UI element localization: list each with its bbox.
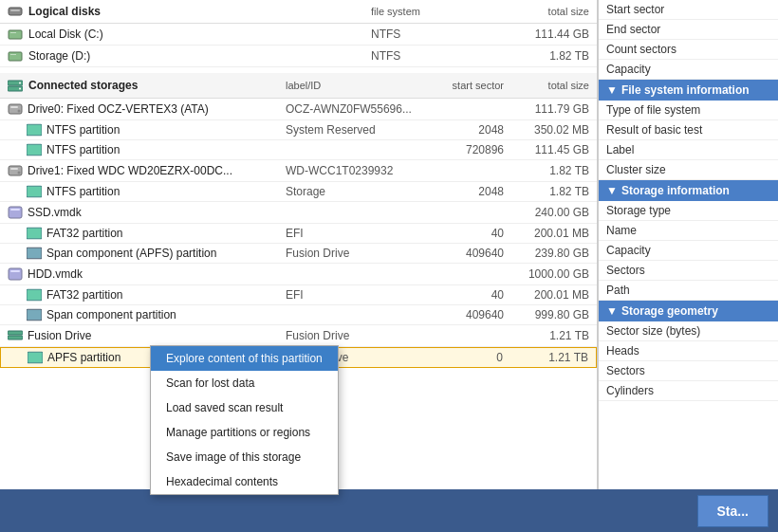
svg-rect-14 [27,144,42,155]
context-menu-item-explore[interactable]: Explore content of this partition [151,346,338,371]
geometry-section-label: Storage geometry [621,304,718,318]
svg-rect-4 [9,52,22,61]
right-cylinders: Cylinders [599,381,778,401]
drive1-part0-icon [27,184,42,199]
logical-disk-c-name: Local Disk (C:) [28,28,371,41]
right-cluster-size: Cluster size [599,160,778,180]
ssd-part0[interactable]: FAT32 partition EFI 40 200.01 MB [0,224,597,244]
logical-disk-c-icon [8,27,23,42]
bottom-bar: Sta... [0,489,778,532]
drive0-part0-start: 2048 [418,123,504,137]
hdd-part1[interactable]: Span component partition 409640 999.80 G… [0,305,597,325]
drive0-part0-size: 350.02 MB [504,123,589,137]
svg-rect-15 [9,166,22,175]
context-menu-item-scan[interactable]: Scan for lost data [151,371,338,395]
right-result-basic: Result of basic test [599,120,778,140]
col-label-id: label/ID [286,80,418,91]
right-storage-path-label: Path [606,284,770,297]
ssd-part0-name: FAT32 partition [46,227,286,240]
col-total-size: total size [504,80,589,91]
svg-rect-28 [8,336,23,339]
right-storage-sectors: Sectors [599,261,778,281]
context-menu-item-load[interactable]: Load saved scan result [151,395,338,420]
logical-disk-d[interactable]: Storage (D:) NTFS 1.82 TB [0,46,597,67]
hdd-part0-label: EFI [286,288,418,302]
logical-disk-d-name: Storage (D:) [28,49,371,63]
ssd-part1-icon [27,246,42,261]
svg-rect-13 [27,124,42,135]
left-panel: Logical disks file system total size Loc… [0,0,598,532]
right-storage-name: Name [599,221,778,241]
logical-disk-d-fs: NTFS [371,49,504,63]
svg-rect-2 [9,30,22,39]
drive0-part0[interactable]: NTFS partition System Reserved 2048 350.… [0,120,597,140]
right-count-sectors-label: Count sectors [606,43,770,56]
svg-rect-20 [10,209,20,211]
svg-point-17 [18,172,21,174]
filesystem-section-header[interactable]: ▼ File system information [599,80,778,101]
col-start-sector: start sector [418,80,504,91]
fusion-drive-row[interactable]: Fusion Drive Fusion Drive 1.21 TB [0,325,597,347]
svg-rect-16 [10,168,18,170]
drive0-part0-label: System Reserved [286,123,418,137]
drive1-part0[interactable]: NTFS partition Storage 2048 1.82 TB [0,182,597,202]
logical-disks-label: Logical disks [28,5,101,18]
svg-rect-1 [10,9,20,11]
drive0-part1-size: 111.45 GB [504,143,589,156]
hdd-part1-name: Span component partition [46,308,286,321]
right-storage-capacity-label: Capacity [606,244,770,257]
filesystem-section-label: File system information [621,83,750,97]
logical-col-size: total size [504,6,589,17]
svg-rect-19 [9,207,22,218]
right-panel: Start sector End sector Count sectors Ca… [598,0,778,532]
context-menu-item-manage[interactable]: Manage partitions or regions [151,420,338,445]
apfs-partition-icon [28,350,43,365]
hdd-vmdk-row[interactable]: HDD.vmdk 1000.00 GB [0,264,597,285]
right-cylinders-label: Cylinders [606,384,770,397]
logical-disks-section-header: Logical disks file system total size [0,0,597,24]
fusion-drive-size: 1.21 TB [504,329,589,342]
hdd-part0[interactable]: FAT32 partition EFI 40 200.01 MB [0,285,597,305]
filesystem-section-arrow: ▼ [606,83,618,97]
ssd-part1-name: Span component (APFS) partition [46,247,286,260]
drive0-size: 111.79 GB [504,102,589,116]
right-sector-size: Sector size (bytes) [599,321,778,341]
drive1-row[interactable]: Drive1: Fixed WDC WD20EZRX-00DC... WD-WC… [0,160,597,182]
right-storage-sectors-label: Sectors [606,264,770,277]
start-button[interactable]: Sta... [697,495,769,527]
drive1-icon [8,163,23,178]
connected-storages-header: Connected storages label/ID start sector… [0,73,597,99]
drive0-part1[interactable]: NTFS partition 720896 111.45 GB [0,140,597,160]
right-storage-path: Path [599,281,778,301]
right-capacity-label: Capacity [606,63,770,76]
right-sector-size-label: Sector size (bytes) [606,324,770,338]
drive0-row[interactable]: Drive0: Fixed OCZ-VERTEX3 (ATA) OCZ-AWNZ… [0,99,597,120]
logical-disk-c[interactable]: Local Disk (C:) NTFS 111.44 GB [0,24,597,46]
right-count-sectors: Count sectors [599,40,778,60]
ssd-vmdk-row[interactable]: SSD.vmdk 240.00 GB [0,202,597,224]
right-storage-type-label: Storage type [606,204,770,217]
svg-rect-18 [27,186,42,196]
hdd-part1-start: 409640 [418,308,504,321]
ssd-part1[interactable]: Span component (APFS) partition Fusion D… [0,244,597,264]
drive1-part0-size: 1.82 TB [504,185,589,198]
geometry-section-arrow: ▼ [606,304,618,318]
svg-rect-26 [27,309,42,320]
right-label-label: Label [606,143,770,156]
hdd-part0-name: FAT32 partition [46,288,286,302]
drive1-name: Drive1: Fixed WDC WD20EZRX-00DC... [28,164,286,177]
drive0-label: OCZ-AWNZ0FW55696... [286,102,418,116]
hdd-part0-start: 40 [418,288,504,302]
svg-rect-3 [10,32,16,33]
main-container: Logical disks file system total size Loc… [0,0,778,532]
drive1-part0-name: NTFS partition [46,185,286,198]
drive0-part1-start: 720896 [418,143,504,156]
connected-storages-label: Connected storages [28,79,138,92]
geometry-section-header[interactable]: ▼ Storage geometry [599,301,778,321]
right-storage-type: Storage type [599,201,778,221]
right-end-sector-label: End sector [606,23,770,36]
context-menu-item-hexadecimal[interactable]: Hexadecimal contents [151,469,338,494]
context-menu-item-save-image[interactable]: Save image of this storage [151,445,338,469]
svg-rect-22 [27,248,42,258]
storage-section-header[interactable]: ▼ Storage information [599,180,778,201]
